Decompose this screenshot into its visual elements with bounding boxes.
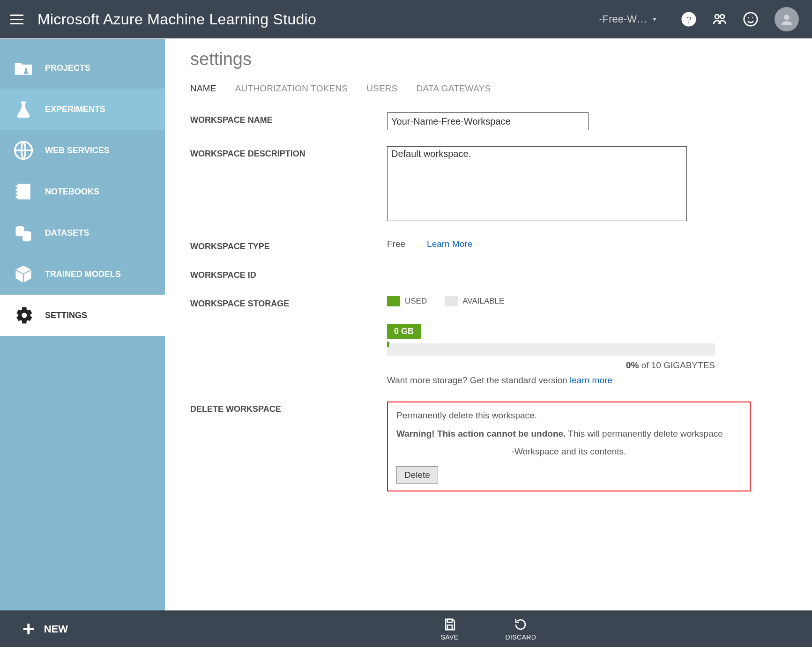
sidebar-item-label: SETTINGS (45, 311, 87, 320)
sidebar: PROJECTS EXPERIMENTS WEB SERVICES NOTEBO… (0, 39, 165, 610)
topbar: Microsoft Azure Machine Learning Studio … (0, 0, 812, 38)
sidebar-item-notebooks[interactable]: NOTEBOOKS (0, 171, 165, 212)
tab-users[interactable]: USERS (366, 83, 397, 94)
workspace-description-textarea[interactable] (387, 146, 687, 221)
delete-intro: Permanently delete this workspace. (396, 409, 741, 423)
more-storage-link[interactable]: learn more (570, 375, 612, 385)
sidebar-item-label: TRAINED MODELS (45, 269, 121, 279)
svg-rect-9 (17, 184, 30, 200)
tab-name[interactable]: NAME (190, 83, 216, 94)
folder-flask-icon (12, 57, 35, 79)
user-avatar[interactable] (775, 7, 799, 31)
sidebar-item-experiments[interactable]: EXPERIMENTS (0, 89, 165, 130)
sidebar-item-label: NOTEBOOKS (45, 187, 99, 197)
help-icon[interactable]: ? (680, 10, 698, 28)
workspace-type-value: Free (387, 239, 405, 249)
storage-progress-fill (387, 342, 389, 347)
database-icon (12, 222, 35, 244)
used-label: USED (405, 297, 427, 306)
discard-button[interactable]: DISCARD (506, 617, 536, 641)
svg-point-6 (752, 17, 753, 18)
available-swatch (445, 296, 458, 306)
globe-icon (12, 139, 35, 162)
delete-workspace-panel: Permanently delete this workspace. Warni… (387, 402, 751, 491)
workspace-type-label: WORKSPACE TYPE (190, 239, 387, 252)
save-button[interactable]: SAVE (441, 617, 459, 641)
sidebar-item-web-services[interactable]: WEB SERVICES (0, 130, 165, 171)
svg-rect-16 (447, 619, 452, 622)
used-swatch (387, 296, 400, 306)
tabs: NAME AUTHORIZATION TOKENS USERS DATA GAT… (190, 83, 784, 94)
storage-total: of 10 GIGABYTES (639, 360, 715, 370)
flask-icon (12, 98, 35, 120)
tab-data-gateways[interactable]: DATA GATEWAYS (417, 83, 491, 94)
sidebar-item-trained-models[interactable]: TRAINED MODELS (0, 253, 165, 295)
page-title: settings (190, 49, 784, 69)
svg-point-5 (748, 17, 749, 18)
smile-icon[interactable] (742, 10, 760, 28)
main-content: settings NAME AUTHORIZATION TOKENS USERS… (165, 39, 812, 610)
chevron-down-icon: ▼ (652, 16, 657, 22)
gear-icon (12, 304, 35, 327)
delete-warning: Warning! This action cannot be undone. T… (396, 427, 741, 441)
box-icon (12, 263, 35, 285)
sidebar-item-datasets[interactable]: DATASETS (0, 212, 165, 253)
more-storage-text: Want more storage? Get the standard vers… (387, 375, 784, 386)
delete-workspace-label: DELETE WORKSPACE (190, 402, 387, 414)
storage-progress-bar (387, 343, 715, 356)
svg-point-7 (784, 15, 789, 20)
storage-percent: 0% (626, 360, 639, 370)
delete-button[interactable]: Delete (396, 466, 438, 484)
sidebar-item-label: WEB SERVICES (45, 146, 110, 156)
app-title: Microsoft Azure Machine Learning Studio (37, 11, 316, 28)
sidebar-item-settings[interactable]: SETTINGS (0, 295, 165, 336)
hamburger-menu-icon[interactable] (10, 15, 23, 24)
workspace-storage-label: WORKSPACE STORAGE (190, 296, 387, 309)
workspace-id-value: b2a61efa5077465782cefa1bf573a2ec (387, 268, 559, 278)
sidebar-item-label: DATASETS (45, 228, 89, 238)
svg-rect-17 (447, 625, 452, 629)
groups-icon[interactable] (711, 10, 729, 28)
discard-label: DISCARD (506, 633, 536, 641)
bottombar: + NEW SAVE DISCARD (0, 610, 812, 647)
new-button[interactable]: + NEW (0, 619, 165, 640)
sidebar-item-label: PROJECTS (45, 63, 90, 73)
save-label: SAVE (441, 633, 459, 641)
new-label: NEW (44, 623, 68, 635)
workspace-picker[interactable]: -Free-W… ▼ (599, 13, 657, 25)
workspace-id-label: WORKSPACE ID (190, 268, 387, 280)
tab-authorization-tokens[interactable]: AUTHORIZATION TOKENS (235, 83, 348, 94)
svg-point-4 (744, 13, 757, 26)
workspace-description-label: WORKSPACE DESCRIPTION (190, 146, 387, 159)
workspace-picker-label: -Free-W… (599, 13, 647, 25)
delete-warning-line2: -Workspace and its contents. (396, 445, 741, 459)
learn-more-link[interactable]: Learn More (427, 239, 472, 249)
sidebar-item-label: EXPERIMENTS (45, 104, 105, 114)
storage-legend: USED AVAILABLE (387, 296, 784, 306)
svg-point-2 (715, 15, 719, 18)
notebook-icon (12, 180, 35, 203)
storage-used-badge: 0 GB (387, 324, 421, 339)
plus-icon: + (22, 619, 35, 640)
svg-text:?: ? (685, 14, 692, 26)
sidebar-item-projects[interactable]: PROJECTS (0, 47, 165, 89)
available-label: AVAILABLE (462, 297, 504, 306)
workspace-name-input[interactable] (387, 112, 589, 130)
storage-readout: 0% of 10 GIGABYTES (387, 360, 715, 371)
workspace-name-label: WORKSPACE NAME (190, 112, 387, 125)
svg-point-3 (720, 15, 724, 18)
